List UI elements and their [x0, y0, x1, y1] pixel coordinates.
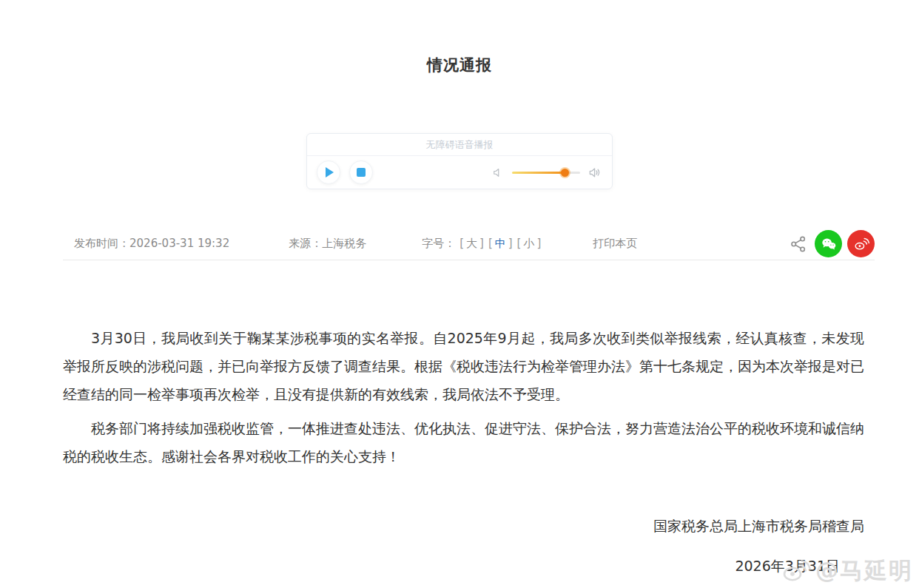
play-icon	[326, 167, 334, 178]
play-button[interactable]	[317, 160, 340, 184]
signature-org: 国家税务总局上海市税务局稽查局	[63, 512, 864, 540]
page-title: 情况通报	[0, 10, 919, 75]
volume-control	[491, 165, 602, 180]
font-size-small[interactable]: [小]	[517, 237, 542, 251]
share-icon[interactable]	[787, 233, 809, 255]
publish-time-label: 发布时间：	[74, 237, 129, 250]
volume-up-icon	[588, 165, 602, 180]
publish-time-value: 2026-03-31 19:32	[129, 237, 229, 250]
meta-bar: 发布时间：2026-03-31 19:32 来源：上海税务 字号： [大] [中…	[63, 228, 875, 260]
stop-button[interactable]	[349, 160, 373, 184]
font-size-large[interactable]: [大]	[460, 237, 484, 251]
watermark: @马延明	[781, 555, 913, 587]
weibo-eye-icon	[781, 558, 811, 584]
print-page-link[interactable]: 打印本页	[593, 237, 637, 251]
article-paragraph-2: 税务部门将持续加强税收监管，一体推进查处违法、优化执法、促进守法、保护合法，努力…	[63, 414, 864, 470]
source: 来源：上海税务	[289, 237, 366, 251]
article-paragraph-1: 3月30日，我局收到关于鞠某某涉税事项的实名举报。自2025年9月起，我局多次收…	[63, 324, 864, 408]
weibo-icon[interactable]	[847, 230, 875, 257]
signature-date: 2026年3月31日	[63, 552, 864, 580]
volume-slider[interactable]	[512, 172, 580, 174]
font-size-medium[interactable]: [中]	[488, 237, 513, 251]
article-body: 3月30日，我局收到关于鞠某某涉税事项的实名举报。自2025年9月起，我局多次收…	[63, 260, 864, 470]
audio-player-label: 无障碍语音播报	[307, 134, 612, 156]
source-label: 来源：	[289, 237, 322, 250]
volume-mute-icon	[491, 166, 505, 179]
stop-icon	[357, 168, 366, 177]
wechat-icon[interactable]	[815, 230, 842, 257]
share-icons	[787, 230, 875, 257]
watermark-text: @马延明	[815, 555, 913, 587]
publish-time: 发布时间：2026-03-31 19:32	[74, 237, 229, 251]
source-value: 上海税务	[322, 237, 366, 250]
font-size-label: 字号：	[422, 237, 455, 251]
font-size-selector: 字号： [大] [中] [小]	[422, 237, 541, 251]
audio-player-controls	[307, 156, 612, 189]
volume-knob[interactable]	[561, 169, 569, 177]
audio-player: 无障碍语音播报	[306, 133, 613, 189]
